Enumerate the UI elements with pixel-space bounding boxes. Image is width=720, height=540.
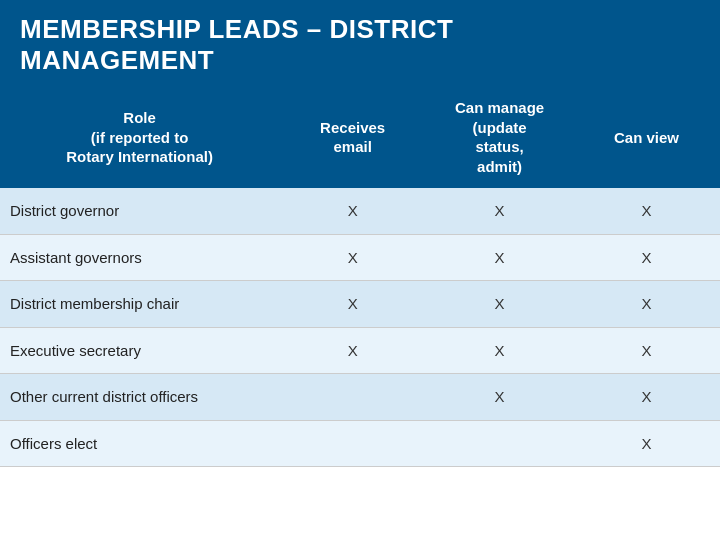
- receives-cell: [279, 374, 426, 421]
- role-cell: Executive secretary: [0, 327, 279, 374]
- col-manage: Can manage(updatestatus,admit): [426, 86, 573, 188]
- manage-cell: X: [426, 281, 573, 328]
- col-role: Role(if reported toRotary International): [0, 86, 279, 188]
- manage-cell: X: [426, 234, 573, 281]
- table-row: District governorXXX: [0, 188, 720, 234]
- manage-cell: [426, 420, 573, 467]
- header-line2: MANAGEMENT: [20, 45, 214, 75]
- receives-cell: X: [279, 188, 426, 234]
- table-row: Executive secretaryXXX: [0, 327, 720, 374]
- view-cell: X: [573, 281, 720, 328]
- role-cell: District governor: [0, 188, 279, 234]
- role-cell: Assistant governors: [0, 234, 279, 281]
- view-cell: X: [573, 374, 720, 421]
- permissions-table: Role(if reported toRotary International)…: [0, 86, 720, 467]
- table-row: Officers electX: [0, 420, 720, 467]
- view-cell: X: [573, 327, 720, 374]
- view-cell: X: [573, 420, 720, 467]
- col-view: Can view: [573, 86, 720, 188]
- receives-cell: X: [279, 281, 426, 328]
- table-container: Role(if reported toRotary International)…: [0, 86, 720, 467]
- role-cell: District membership chair: [0, 281, 279, 328]
- view-cell: X: [573, 234, 720, 281]
- page-header: MEMBERSHIP LEADS – DISTRICT MANAGEMENT: [0, 0, 720, 86]
- table-row: District membership chairXXX: [0, 281, 720, 328]
- col-receives: Receivesemail: [279, 86, 426, 188]
- table-row: Assistant governorsXXX: [0, 234, 720, 281]
- header-line1: MEMBERSHIP LEADS – DISTRICT: [20, 14, 453, 44]
- manage-cell: X: [426, 374, 573, 421]
- role-cell: Other current district officers: [0, 374, 279, 421]
- table-header-row: Role(if reported toRotary International)…: [0, 86, 720, 188]
- receives-cell: X: [279, 234, 426, 281]
- table-row: Other current district officersXX: [0, 374, 720, 421]
- manage-cell: X: [426, 327, 573, 374]
- manage-cell: X: [426, 188, 573, 234]
- role-cell: Officers elect: [0, 420, 279, 467]
- receives-cell: [279, 420, 426, 467]
- view-cell: X: [573, 188, 720, 234]
- receives-cell: X: [279, 327, 426, 374]
